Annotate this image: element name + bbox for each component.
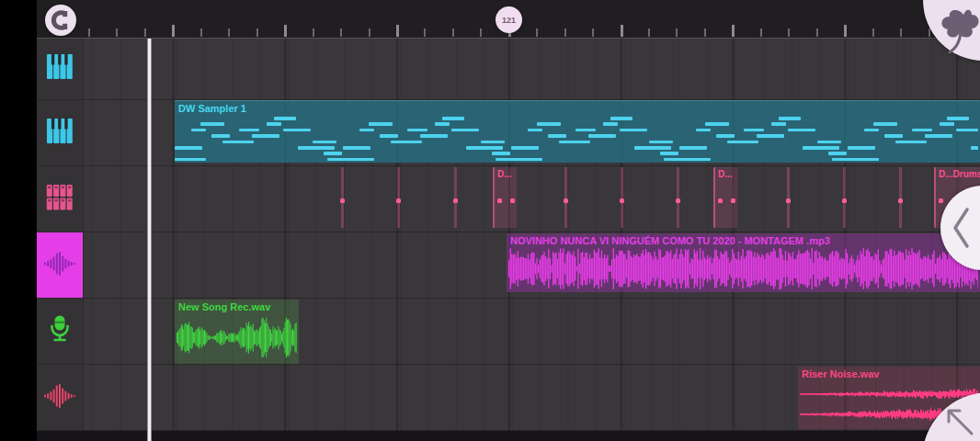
ruler-major-tick bbox=[844, 25, 847, 37]
ruler-minor-tick bbox=[480, 28, 482, 37]
left-letterbox bbox=[0, 0, 37, 441]
drum-note-dot bbox=[497, 198, 502, 203]
piano-keys-icon bbox=[46, 118, 74, 149]
ruler-major-tick bbox=[396, 25, 399, 37]
midi-note bbox=[407, 129, 427, 132]
midi-note bbox=[343, 158, 374, 162]
midi-note bbox=[252, 134, 279, 138]
track-selector-5[interactable] bbox=[37, 299, 83, 365]
audio-clip-novinho-mp3[interactable]: NOVINHO NUNCA VI NINGUÉM COMO TU 2020 - … bbox=[507, 233, 980, 292]
microphone-icon bbox=[46, 314, 74, 349]
ruler-minor-tick bbox=[228, 28, 230, 37]
midi-note bbox=[895, 141, 927, 144]
ruler-minor-tick bbox=[816, 28, 818, 37]
playhead[interactable] bbox=[147, 39, 152, 441]
midi-note bbox=[873, 122, 897, 126]
midi-note bbox=[971, 146, 978, 150]
drum-beat-clip[interactable] bbox=[899, 167, 902, 228]
drum-beat-clip[interactable] bbox=[843, 167, 846, 228]
track-selector-4[interactable] bbox=[37, 232, 83, 299]
midi-note bbox=[420, 134, 448, 138]
midi-note bbox=[588, 134, 616, 138]
waveform bbox=[177, 313, 297, 362]
drum-beat-clip[interactable] bbox=[397, 167, 400, 228]
midi-note bbox=[788, 129, 815, 132]
track-selector-1[interactable] bbox=[37, 39, 83, 100]
bar-position-marker[interactable]: 121 bbox=[496, 6, 522, 33]
midi-note bbox=[744, 129, 764, 132]
drum-pads-icon bbox=[46, 184, 74, 215]
midi-note bbox=[620, 129, 647, 132]
midi-note bbox=[380, 134, 398, 138]
clip-label: New Song Rec.wav bbox=[178, 301, 270, 312]
row-divider bbox=[83, 298, 980, 299]
midi-note bbox=[848, 158, 879, 162]
playlist-grid[interactable]: DW Sampler 1D...D...D...DrumsNOVINHO NUN… bbox=[83, 39, 980, 431]
audio-waveform-icon bbox=[43, 250, 76, 281]
ruler-minor-tick bbox=[760, 28, 762, 37]
bar-number: 121 bbox=[502, 16, 516, 25]
midi-note bbox=[716, 134, 735, 138]
audio-clip-new-song-rec[interactable]: New Song Rec.wav bbox=[175, 300, 299, 364]
drum-beat-clip[interactable] bbox=[341, 167, 344, 228]
midi-note bbox=[940, 122, 954, 126]
ruler-minor-tick bbox=[592, 28, 594, 37]
midi-note bbox=[283, 129, 311, 132]
ruler-minor-tick bbox=[144, 28, 146, 37]
midi-note bbox=[947, 117, 969, 120]
clip-label: D... bbox=[718, 169, 733, 179]
midi-note bbox=[313, 141, 336, 144]
midi-note bbox=[803, 146, 839, 150]
clip-label: DW Sampler 1 bbox=[178, 103, 246, 114]
midi-note bbox=[603, 122, 618, 126]
ruler-major-tick bbox=[732, 25, 735, 37]
drum-note-dot bbox=[786, 198, 791, 203]
track-selector-6[interactable] bbox=[37, 365, 83, 431]
drum-note-dot bbox=[842, 198, 847, 203]
midi-note bbox=[528, 129, 542, 132]
midi-note bbox=[559, 141, 590, 144]
drum-pattern-clip[interactable]: D... bbox=[713, 167, 737, 228]
midi-note bbox=[222, 141, 254, 144]
ruler-minor-tick bbox=[872, 28, 874, 37]
piano-keys-icon bbox=[46, 53, 74, 85]
drum-pattern-clip[interactable]: D... bbox=[493, 167, 517, 228]
row-divider bbox=[83, 232, 980, 232]
midi-note bbox=[267, 122, 281, 126]
drum-note-dot bbox=[396, 198, 401, 203]
midi-note bbox=[511, 146, 539, 150]
midi-note bbox=[925, 134, 952, 138]
ruler-minor-tick bbox=[648, 28, 650, 37]
drum-note-dot bbox=[718, 198, 723, 203]
midi-note bbox=[649, 141, 673, 144]
drum-beat-clip[interactable] bbox=[677, 167, 679, 228]
midi-note bbox=[679, 158, 711, 162]
track-list-sidebar bbox=[37, 39, 84, 431]
midi-note bbox=[442, 117, 464, 120]
midi-note bbox=[757, 134, 784, 138]
drum-note-dot bbox=[898, 198, 903, 203]
ruler-minor-tick bbox=[369, 28, 370, 37]
midi-note bbox=[537, 122, 561, 126]
midi-note bbox=[200, 122, 224, 126]
midi-note bbox=[705, 122, 729, 126]
drum-beat-clip[interactable] bbox=[621, 167, 623, 228]
midi-note bbox=[548, 134, 566, 138]
drum-note-dot bbox=[340, 198, 345, 203]
snap-magnet-button[interactable] bbox=[45, 5, 76, 36]
midi-note bbox=[191, 129, 206, 132]
midi-note bbox=[298, 146, 335, 150]
drum-note-dot bbox=[676, 198, 680, 203]
midi-note bbox=[634, 146, 671, 150]
bottom-bar bbox=[37, 431, 980, 441]
ruler-major-tick bbox=[284, 25, 287, 37]
midi-note bbox=[239, 129, 259, 132]
midi-note bbox=[884, 134, 903, 138]
drum-beat-clip[interactable] bbox=[454, 167, 457, 228]
drum-beat-clip[interactable] bbox=[564, 167, 567, 228]
drum-note-dot bbox=[620, 198, 624, 203]
drum-beat-clip[interactable] bbox=[787, 167, 790, 228]
track-selector-3[interactable] bbox=[37, 166, 83, 232]
track-selector-2[interactable] bbox=[37, 100, 83, 166]
midi-clip-dw-sampler[interactable]: DW Sampler 1 bbox=[175, 100, 980, 163]
